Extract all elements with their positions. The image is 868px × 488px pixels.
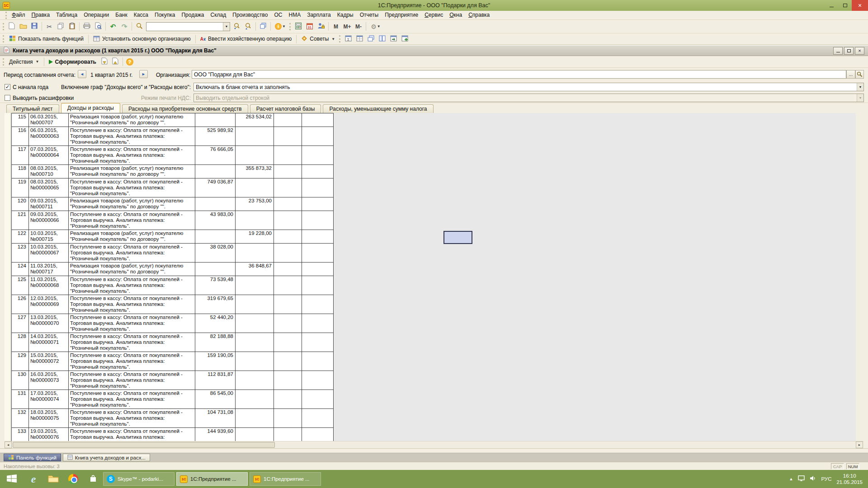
calendar-button[interactable]: 31 (304, 21, 315, 32)
tab-tax-base[interactable]: Расчет налоговой базы (250, 104, 321, 113)
menu-item-sale[interactable]: Продажа (178, 11, 207, 19)
service-settings-button[interactable]: ⚙▼ (368, 21, 383, 32)
tab-income-expense[interactable]: Доходы и расходы (61, 103, 120, 113)
cell-income-total[interactable]: 52 440,20 (195, 314, 236, 333)
tab-fixed-asset-expenses[interactable]: Расходы на приобретение основных средств (122, 104, 248, 113)
copy-button[interactable] (55, 21, 66, 32)
cell-row-number[interactable]: 128 (12, 333, 29, 352)
menu-item-table[interactable]: Таблица (53, 11, 80, 19)
menu-item-help[interactable]: Справка (465, 11, 493, 19)
cell-row-number[interactable]: 132 (12, 409, 29, 428)
cell-income-total[interactable]: 525 989,92 (195, 127, 236, 146)
cell-date-doc[interactable]: 10.03.2015,№00000067 (29, 244, 69, 263)
cell-expense-accounted[interactable] (302, 352, 334, 371)
cell-row-number[interactable]: 125 (12, 276, 29, 295)
cell-date-doc[interactable]: 12.03.2015,№00000069 (29, 295, 69, 314)
menu-item-intangible-assets[interactable]: НМА (286, 11, 304, 19)
period-prev-button[interactable]: ◄ (78, 70, 86, 78)
cell-income-accounted[interactable]: 36 848,67 (236, 263, 274, 276)
cell-row-number[interactable]: 123 (12, 244, 29, 263)
cell-income-total[interactable]: 73 539,48 (195, 276, 236, 295)
enter-business-operation-button[interactable]: Ак Ввести хозяйственную операцию (198, 34, 295, 44)
cell-income-accounted[interactable]: 355 873,32 (236, 165, 274, 178)
cell-date-doc[interactable]: 14.03.2015,№00000071 (29, 333, 69, 352)
taskbar-button-1c-second[interactable]: 1С 1С:Предприятие ... (250, 472, 321, 486)
cell-row-number[interactable]: 130 (12, 371, 29, 390)
cell-expense-accounted[interactable] (302, 230, 334, 244)
cell-row-number[interactable]: 126 (12, 295, 29, 314)
organization-ellipsis-button[interactable]: ... (846, 70, 855, 79)
cell-operation[interactable]: Реализация товаров (работ, услуг) покупа… (69, 165, 195, 178)
calculator-button[interactable] (293, 21, 304, 32)
cell-income-accounted[interactable] (236, 352, 274, 371)
menu-item-cash[interactable]: Касса (131, 11, 151, 19)
cell-date-doc[interactable]: 18.03.2015,№00000075 (29, 409, 69, 428)
organization-search-button[interactable] (855, 70, 864, 79)
cell-income-accounted[interactable] (236, 333, 274, 352)
cell-operation[interactable]: Поступление в кассу: Оплата от покупател… (69, 333, 195, 352)
columns-inclusion-combobox[interactable]: Включать в бланк отчета и заполнять ▼ (193, 83, 864, 91)
report-minimize-button[interactable] (833, 47, 843, 55)
cell-income-total[interactable] (195, 113, 236, 127)
maximize-button[interactable] (838, 0, 852, 11)
cut-button[interactable]: ✂ (44, 21, 55, 32)
cell-expense-total[interactable] (274, 230, 302, 244)
cell-expense-total[interactable] (274, 295, 302, 314)
info-button[interactable]: i▼ (273, 21, 288, 32)
duplicate-window-button[interactable] (258, 21, 269, 32)
cell-income-total[interactable] (195, 263, 236, 276)
cell-income-accounted[interactable] (236, 276, 274, 295)
cell-operation[interactable]: Поступление в кассу: Оплата от покупател… (69, 390, 195, 409)
find-prev-button[interactable] (243, 21, 254, 32)
cell-operation[interactable]: Поступление в кассу: Оплата от покупател… (69, 409, 195, 428)
memory-recall-button[interactable]: M (330, 21, 341, 32)
cell-expense-accounted[interactable] (302, 263, 334, 276)
cell-operation[interactable]: Реализация товаров (работ, услуг) покупа… (69, 263, 195, 276)
cell-income-total[interactable] (195, 230, 236, 244)
table-settings-button[interactable] (354, 34, 365, 44)
cell-row-number[interactable]: 115 (12, 113, 29, 127)
cell-income-accounted[interactable] (236, 314, 274, 333)
cell-operation[interactable]: Поступление в кассу: Оплата от покупател… (69, 371, 195, 390)
cell-date-doc[interactable]: 06.03.2015,№00000063 (29, 127, 69, 146)
cell-expense-accounted[interactable] (302, 371, 334, 390)
cell-date-doc[interactable]: 15.03.2015,№00000072 (29, 352, 69, 371)
cell-income-accounted[interactable]: 263 534,02 (236, 113, 274, 127)
report-restore-button[interactable] (844, 47, 854, 55)
cell-expense-total[interactable] (274, 263, 302, 276)
cell-row-number[interactable]: 121 (12, 211, 29, 230)
cell-row-number[interactable]: 120 (12, 197, 29, 211)
find-next-button[interactable] (231, 21, 242, 32)
cell-income-accounted[interactable] (236, 178, 274, 197)
cell-row-number[interactable]: 131 (12, 390, 29, 409)
memory-subtract-button[interactable]: M- (353, 21, 364, 32)
spreadsheet-area[interactable]: 11506.03.2015,№000707Реализация товаров … (5, 113, 856, 441)
cell-date-doc[interactable]: 09.03.2015,№000711 (29, 197, 69, 211)
cell-expense-accounted[interactable] (302, 295, 334, 314)
tray-expand-icon[interactable]: ▲ (789, 477, 793, 481)
cell-row-number[interactable]: 133 (12, 428, 29, 441)
redo-button[interactable]: ↷ (119, 21, 130, 32)
close-button[interactable]: × (852, 0, 868, 11)
cell-income-total[interactable]: 104 731,08 (195, 409, 236, 428)
show-details-checkbox[interactable] (5, 95, 10, 101)
menu-item-operations[interactable]: Операции (80, 11, 112, 19)
tab-tax-reducing-expenses[interactable]: Расходы, уменьшающие сумму налога (323, 104, 433, 113)
cell-expense-accounted[interactable] (302, 333, 334, 352)
language-indicator[interactable]: РУС (821, 476, 831, 482)
scroll-right-icon[interactable]: ► (856, 441, 863, 448)
windows-cascade-button[interactable] (365, 34, 376, 44)
cell-date-doc[interactable]: 09.03.2015,№00000066 (29, 211, 69, 230)
scroll-left-icon[interactable]: ◄ (5, 441, 12, 448)
cell-income-accounted[interactable]: 19 228,00 (236, 230, 274, 244)
cell-expense-total[interactable] (274, 352, 302, 371)
table-add-button[interactable] (399, 34, 410, 44)
chrome-button[interactable] (63, 470, 83, 488)
internet-explorer-button[interactable]: e (24, 470, 43, 488)
cell-income-total[interactable]: 112 831,87 (195, 371, 236, 390)
cell-operation[interactable]: Поступление в кассу: Оплата от покупател… (69, 244, 195, 263)
cell-expense-accounted[interactable] (302, 197, 334, 211)
cell-expense-total[interactable] (274, 113, 302, 127)
cell-date-doc[interactable]: 06.03.2015,№000707 (29, 113, 69, 127)
chevron-down-icon[interactable]: ▼ (223, 23, 230, 31)
